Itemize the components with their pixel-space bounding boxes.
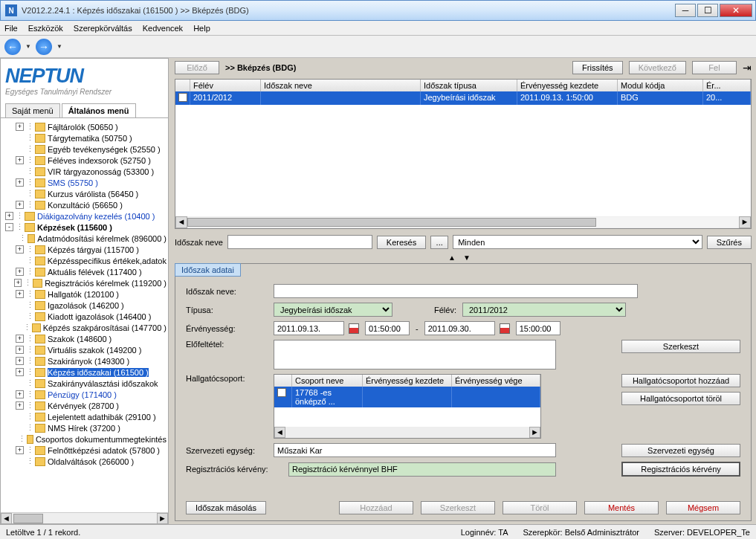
- time-from-input[interactable]: [365, 321, 410, 335]
- reg-button[interactable]: Regisztrációs kérvény: [621, 462, 740, 477]
- expand-icon[interactable]: +: [16, 390, 24, 398]
- org-button[interactable]: Szervezeti egység: [621, 444, 740, 457]
- grid-col-modul[interactable]: Modul kódja: [618, 80, 703, 91]
- tree-item[interactable]: ⋮Csoportos dokumentummegtekintés: [2, 433, 167, 445]
- tree-item[interactable]: +⋮Hallgatók (120100 ): [2, 288, 167, 300]
- tree-item[interactable]: +⋮Felnőttképzési adatok (57800 ): [2, 445, 167, 456]
- grid-col-tipus[interactable]: Időszak típusa: [421, 80, 517, 91]
- grid-col-felev[interactable]: Félév: [190, 80, 261, 91]
- tree-item[interactable]: ⋮Képzés szakpárosításai (147700 ): [2, 322, 167, 333]
- date-to-input[interactable]: [424, 321, 495, 335]
- nav-forward-button[interactable]: →: [36, 39, 52, 55]
- menu-file[interactable]: File: [4, 24, 18, 33]
- sg-scroll-right-icon[interactable]: ►: [529, 427, 540, 438]
- tree-item[interactable]: ⋮Oldalváltások (266000 ): [2, 456, 167, 467]
- group-grid[interactable]: Csoport neve Érvényesség kezdete Érvénye…: [274, 374, 541, 439]
- nav-back-dropdown[interactable]: ▼: [25, 43, 31, 50]
- expand-icon[interactable]: +: [16, 401, 24, 410]
- del-group-button[interactable]: Hallgatócsoportot töröl: [621, 392, 740, 405]
- grid-scroll-left-icon[interactable]: ◄: [175, 216, 187, 228]
- grid-hscroll[interactable]: ◄ ►: [175, 216, 751, 228]
- expand-icon[interactable]: +: [16, 156, 24, 164]
- delete-button[interactable]: Töröl: [503, 501, 577, 514]
- panel-tab[interactable]: Időszak adatai: [175, 263, 241, 277]
- tree-item[interactable]: +⋮Féléves indexsorok (52750 ): [2, 155, 167, 166]
- cancel-button[interactable]: Mégsem: [666, 501, 740, 514]
- tree-item[interactable]: ⋮Adatmódosítási kérelmek (896000 ): [2, 233, 167, 244]
- sg-col-start[interactable]: Érvényesség kezdete: [363, 375, 452, 387]
- search-more-button[interactable]: ...: [430, 236, 448, 249]
- expand-icon[interactable]: +: [16, 178, 24, 187]
- expand-icon[interactable]: +: [16, 201, 24, 209]
- expand-icon[interactable]: +: [16, 357, 24, 365]
- calendar-icon[interactable]: [349, 323, 359, 334]
- tree-item[interactable]: -⋮Képzések (115600 ): [2, 222, 167, 233]
- expand-icon[interactable]: +: [16, 290, 24, 298]
- expand-icon[interactable]: +: [16, 446, 24, 454]
- tree-item[interactable]: ⋮Képzésspecifikus értékek,adatok: [2, 255, 167, 266]
- tree-item[interactable]: ⋮Igazolások (146200 ): [2, 300, 167, 311]
- save-button[interactable]: Mentés: [584, 501, 659, 514]
- tree-item[interactable]: +⋮Regisztrációs kérelmek (119200 ): [2, 277, 167, 288]
- tree-item[interactable]: +⋮Szakirányok (149300 ): [2, 355, 167, 367]
- sg-col-check[interactable]: [274, 375, 292, 387]
- search-input[interactable]: [227, 235, 372, 249]
- expand-icon[interactable]: +: [16, 123, 24, 131]
- scroll-left-icon[interactable]: ◄: [1, 513, 12, 524]
- tree-item[interactable]: ⋮NMS Hírek (37200 ): [2, 422, 167, 433]
- tree-item[interactable]: ⋮Egyéb tevékenységek (52550 ): [2, 143, 167, 155]
- search-button[interactable]: Keresés: [377, 236, 426, 249]
- group-row[interactable]: 17768 -es önképző ...: [274, 387, 540, 407]
- next-button[interactable]: Következő: [629, 61, 686, 74]
- tree-item[interactable]: +⋮SMS (55750 ): [2, 177, 167, 188]
- tree-item[interactable]: ⋮VIR tárgyazonosság (53300 ): [2, 166, 167, 177]
- tab-own-menu[interactable]: Saját menü: [5, 103, 60, 117]
- grid-col-nev[interactable]: Időszak neve: [261, 80, 421, 91]
- menu-favorites[interactable]: Kedvencek: [143, 24, 183, 33]
- tree-item[interactable]: +⋮Fájltárolók (50650 ): [2, 121, 167, 132]
- sem-select[interactable]: 2011/2012: [462, 303, 626, 317]
- nav-back-button[interactable]: ←: [4, 39, 21, 55]
- copy-period-button[interactable]: Időszak másolás: [186, 501, 266, 514]
- tree-item[interactable]: ⋮Kurzus várólista (56450 ): [2, 188, 167, 199]
- expand-icon[interactable]: +: [16, 245, 24, 254]
- tree-item[interactable]: ⋮Tárgytematika (50750 ): [2, 132, 167, 143]
- tree-item[interactable]: +⋮Pénzügy (171400 ): [2, 389, 167, 400]
- grid-col-kezdet[interactable]: Érvényesség kezdete: [517, 80, 618, 91]
- splitter-handle[interactable]: ▲▼: [175, 254, 752, 262]
- expand-icon[interactable]: +: [16, 335, 24, 343]
- sg-col-end[interactable]: Érvényesség vége: [452, 375, 540, 387]
- expand-icon[interactable]: +: [14, 279, 22, 287]
- grid-scroll-thumb[interactable]: [187, 218, 596, 227]
- minimize-button[interactable]: ─: [675, 4, 696, 17]
- close-button[interactable]: ✕: [720, 4, 752, 17]
- tree-item[interactable]: ⋮Lejelentett adathibák (29100 ): [2, 411, 167, 422]
- menu-help[interactable]: Help: [193, 24, 210, 33]
- tree-item[interactable]: ⋮Szakirányválasztási időszakok: [2, 378, 167, 389]
- add-group-button[interactable]: Hallgatócsoportot hozzáad: [621, 374, 740, 387]
- calendar-icon[interactable]: [500, 323, 510, 334]
- filter-select[interactable]: Minden: [453, 235, 702, 249]
- group-checkbox[interactable]: [277, 388, 286, 397]
- pin-icon[interactable]: ⇥: [743, 62, 752, 74]
- tree-item[interactable]: ⋮Kiadott igazolások (146400 ): [2, 311, 167, 322]
- nav-fwd-dropdown[interactable]: ▼: [56, 43, 62, 50]
- scroll-thumb[interactable]: [13, 514, 43, 523]
- tree-item[interactable]: +⋮Virtuális szakok (149200 ): [2, 344, 167, 355]
- maximize-button[interactable]: ☐: [697, 4, 718, 17]
- tree-item[interactable]: +⋮Képzés tárgyai (115700 ): [2, 244, 167, 255]
- org-input[interactable]: [274, 443, 556, 457]
- menu-rolechange[interactable]: Szerepkörváltás: [74, 24, 132, 33]
- tree-hscroll[interactable]: ◄ ►: [1, 512, 168, 523]
- menu-tools[interactable]: Eszközök: [28, 24, 63, 33]
- edit-button[interactable]: Szerkeszt: [621, 340, 740, 353]
- refresh-button[interactable]: Frissítés: [572, 61, 623, 74]
- expand-icon[interactable]: +: [16, 368, 24, 376]
- precond-input[interactable]: [274, 340, 556, 369]
- prev-button[interactable]: Előző: [175, 61, 219, 74]
- date-from-input[interactable]: [274, 321, 344, 335]
- tree-item[interactable]: +⋮Szakok (148600 ): [2, 333, 167, 344]
- sg-scroll-left-icon[interactable]: ◄: [274, 427, 285, 438]
- expand-icon[interactable]: +: [16, 346, 24, 354]
- edit2-button[interactable]: Szerkeszt: [421, 501, 495, 514]
